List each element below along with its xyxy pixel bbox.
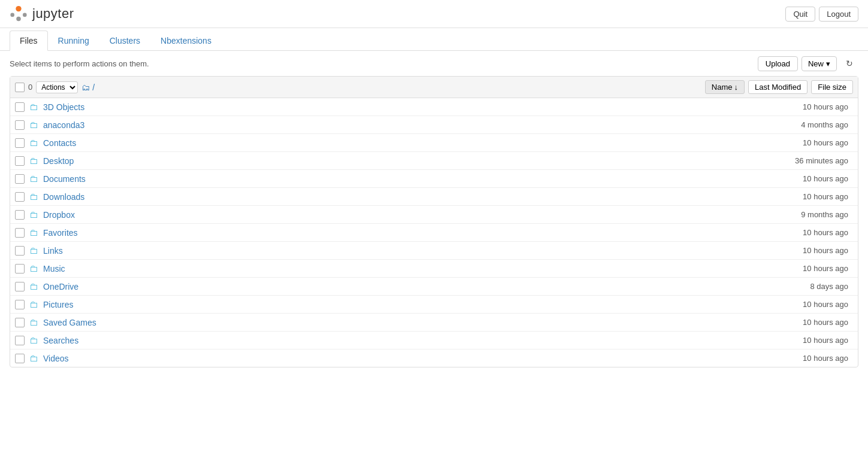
row-checkbox[interactable] [15, 138, 25, 148]
file-list: 🗀 3D Objects 10 hours ago 🗀 anaconda3 4 … [10, 98, 858, 367]
svg-point-1 [16, 17, 21, 22]
fb-header-right: Name ↓ Last Modified File size [705, 80, 853, 94]
file-row-left: 🗀 anaconda3 [15, 120, 757, 130]
file-modified-time: 10 hours ago [757, 228, 853, 237]
folder-icon: 🗀 [29, 209, 38, 220]
file-name-link[interactable]: Documents [43, 174, 86, 184]
row-checkbox[interactable] [15, 102, 25, 112]
file-name-link[interactable]: 3D Objects [43, 102, 84, 112]
file-row-left: 🗀 Downloads [15, 192, 757, 202]
file-name-link[interactable]: Desktop [43, 156, 74, 166]
select-instruction: Select items to perform actions on them. [10, 59, 149, 68]
new-label: New [808, 59, 824, 68]
file-row-left: 🗀 Videos [15, 353, 757, 363]
quit-button[interactable]: Quit [785, 7, 815, 22]
sort-modified-button[interactable]: Last Modified [748, 80, 807, 94]
row-checkbox[interactable] [15, 246, 25, 256]
file-browser-header: 0 Actions 🗂 / Name ↓ Last Modified File … [10, 77, 858, 98]
file-name-link[interactable]: Favorites [43, 228, 78, 238]
file-name-link[interactable]: Pictures [43, 300, 74, 309]
row-checkbox[interactable] [15, 264, 25, 273]
folder-icon: 🗀 [29, 281, 38, 291]
selected-count: 0 [28, 83, 32, 92]
row-checkbox[interactable] [15, 192, 25, 202]
folder-icon: 🗀 [29, 102, 38, 112]
file-row-left: 🗀 Pictures [15, 299, 757, 309]
jupyter-logo-icon [10, 5, 28, 23]
file-name-link[interactable]: Searches [43, 336, 78, 345]
row-checkbox[interactable] [15, 282, 25, 291]
file-modified-time: 10 hours ago [757, 354, 853, 363]
file-name-link[interactable]: Downloads [43, 192, 84, 202]
row-checkbox[interactable] [15, 354, 25, 363]
select-text: Select items to perform actions on them. [10, 59, 149, 68]
file-name-link[interactable]: Music [43, 264, 65, 273]
file-row-left: 🗀 Saved Games [15, 317, 757, 327]
nav-tabs: Files Running Clusters Nbextensions [0, 31, 868, 51]
toolbar: Select items to perform actions on them.… [0, 51, 868, 76]
sort-size-button[interactable]: File size [811, 80, 853, 94]
file-row-left: 🗀 Documents [15, 174, 757, 184]
file-name-link[interactable]: Videos [43, 354, 69, 363]
file-name-link[interactable]: OneDrive [43, 282, 78, 291]
file-row-left: 🗀 3D Objects [15, 102, 757, 112]
file-row-left: 🗀 Searches [15, 335, 757, 345]
file-modified-time: 10 hours ago [757, 102, 853, 111]
file-modified-time: 10 hours ago [757, 336, 853, 345]
toolbar-right: Upload New ▾ ↻ [758, 56, 858, 71]
table-row: 🗀 Videos 10 hours ago [10, 350, 858, 367]
row-checkbox[interactable] [15, 300, 25, 309]
table-row: 🗀 Documents 10 hours ago [10, 170, 858, 188]
folder-icon: 🗀 [29, 138, 38, 148]
sort-modified-label: Last Modified [755, 83, 801, 92]
file-modified-time: 10 hours ago [757, 300, 853, 309]
tab-nbextensions[interactable]: Nbextensions [150, 31, 222, 51]
file-row-left: 🗀 Favorites [15, 227, 757, 238]
file-name-link[interactable]: Saved Games [43, 318, 96, 327]
file-row-left: 🗀 Links [15, 245, 757, 256]
sort-name-button[interactable]: Name ↓ [705, 80, 745, 94]
sort-arrow-icon: ↓ [734, 83, 738, 92]
file-modified-time: 10 hours ago [757, 246, 853, 255]
svg-point-3 [23, 13, 27, 17]
tab-running[interactable]: Running [48, 31, 99, 51]
file-name-link[interactable]: Contacts [43, 138, 76, 148]
folder-icon: 🗀 [29, 245, 38, 256]
folder-icon: 🗀 [29, 299, 38, 309]
row-checkbox[interactable] [15, 174, 25, 184]
file-modified-time: 10 hours ago [757, 192, 853, 201]
row-checkbox[interactable] [15, 156, 25, 166]
file-name-link[interactable]: Dropbox [43, 210, 75, 220]
file-modified-time: 4 months ago [757, 120, 853, 129]
table-row: 🗀 Links 10 hours ago [10, 242, 858, 260]
tab-files[interactable]: Files [10, 31, 48, 51]
breadcrumb-path[interactable]: 🗂 / [81, 83, 95, 92]
sort-size-label: File size [818, 83, 846, 92]
row-checkbox[interactable] [15, 318, 25, 327]
row-checkbox[interactable] [15, 210, 25, 220]
sort-name-label: Name [712, 83, 733, 92]
header: jupyter Quit Logout [0, 0, 868, 28]
row-checkbox[interactable] [15, 336, 25, 345]
table-row: 🗀 Downloads 10 hours ago [10, 188, 858, 206]
row-checkbox[interactable] [15, 228, 25, 238]
tab-clusters[interactable]: Clusters [99, 31, 150, 51]
select-action-dropdown[interactable]: Actions [36, 81, 78, 93]
table-row: 🗀 Dropbox 9 months ago [10, 206, 858, 224]
logout-button[interactable]: Logout [819, 7, 858, 22]
table-row: 🗀 anaconda3 4 months ago [10, 116, 858, 134]
row-checkbox[interactable] [15, 120, 25, 130]
header-actions: Quit Logout [785, 7, 858, 22]
new-button[interactable]: New ▾ [802, 56, 837, 71]
file-modified-time: 10 hours ago [757, 138, 853, 147]
refresh-button[interactable]: ↻ [840, 56, 858, 71]
file-modified-time: 10 hours ago [757, 264, 853, 273]
file-name-link[interactable]: Links [43, 246, 63, 256]
folder-icon: 🗀 [29, 174, 38, 184]
file-modified-time: 10 hours ago [757, 318, 853, 327]
file-name-link[interactable]: anaconda3 [43, 120, 84, 130]
file-browser: 0 Actions 🗂 / Name ↓ Last Modified File … [10, 76, 858, 367]
select-all-checkbox[interactable] [15, 83, 25, 92]
table-row: 🗀 Desktop 36 minutes ago [10, 152, 858, 170]
upload-button[interactable]: Upload [758, 56, 798, 71]
